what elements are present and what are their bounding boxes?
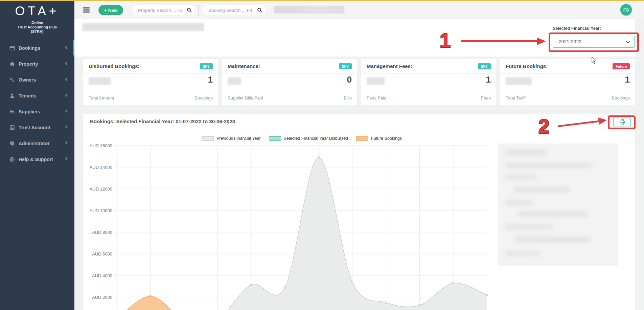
hamburger-menu-icon[interactable] [83,7,90,14]
sidebar-item-label: Administrator [19,141,50,146]
redacted-text [274,6,344,14]
calendar-icon [9,45,15,51]
chevron-left-icon [65,157,68,161]
sidebar-item-label: Tenants [19,93,37,98]
legend-swatch-icon [269,136,281,141]
sidebar-item-administrator[interactable]: Administrator [0,135,74,151]
chart-legend: Previous Financial YearSelected Financia… [202,136,402,141]
app-subtitle-line: Trust Accounting Plus [0,25,74,29]
chart-panel-header: Bookings: Selected Financial Year: 01-07… [83,114,635,129]
person-icon [9,93,15,98]
search-icon [187,7,192,13]
shield-icon [9,141,15,146]
sidebar-item-bookings[interactable]: Bookings [0,40,74,56]
card-title: Future Bookings: [506,63,548,69]
sidebar-item-property[interactable]: Property [0,56,74,72]
sidebar-item-help-support[interactable]: Help & Support [0,151,74,167]
user-avatar[interactable]: FS [620,3,632,16]
sidebar-item-label: Trust Account [19,125,50,130]
mouse-cursor [592,57,597,64]
card-value: 1 [208,74,213,85]
legend-item: Future Bookings [356,136,402,141]
chevron-left-icon [65,141,68,145]
chevron-left-icon [65,61,68,65]
card-header: Management Fees: SFY [361,59,496,74]
card-future-bookings: Future Bookings: Future 1 Total Tariff B… [500,59,635,105]
topbar-divider [125,4,125,16]
legend-label: Previous Financial Year [216,136,261,141]
future-badge: Future [613,63,630,69]
property-search-input[interactable] [133,5,196,15]
svg-text:AUD 12000: AUD 12000 [90,186,112,192]
sidebar-nav: Bookings Property Owners Tenants Supplie… [0,40,74,167]
redacted-amount [506,77,532,85]
redacted-amount [89,77,111,85]
sidebar: OTA+ Online Trust Accounting Plus (STRA)… [0,0,74,310]
card-amount-label: Total Tariff [506,95,526,101]
search-icon [257,7,262,13]
card-maintenance: Maintenance: SFY 0 Supplier Bills Paid B… [222,59,357,105]
chart-panel-title: Bookings: Selected Financial Year: 01-07… [90,118,235,124]
annotation-arrow-2 [556,116,608,129]
topbar: + New FS [74,1,644,19]
annotation-step-2: 2 [538,116,549,136]
card-value: 0 [347,74,352,85]
topbar-divider [270,4,270,16]
booking-search [203,5,266,15]
svg-text:AUD 8000: AUD 8000 [92,230,112,235]
card-disbursed-bookings: Disbursed Bookings: SFY 1 Total Amount B… [83,59,218,105]
chevron-left-icon [65,109,68,113]
ledger-icon [9,125,15,130]
new-button[interactable]: + New [98,5,123,15]
property-search [133,5,196,15]
legend-label: Future Bookings [371,136,402,141]
topbar-divider [92,4,92,16]
card-amount-label: Supplier Bills Paid [228,95,263,101]
legend-swatch-icon [202,136,214,141]
svg-text:AUD 14000: AUD 14000 [90,165,112,170]
annotation-step-1: 1 [440,30,451,50]
sidebar-item-label: Bookings [19,45,40,51]
sidebar-item-label: Owners [19,77,36,83]
card-value-label: Bills [344,95,352,101]
card-header: Maintenance: SFY [222,59,357,74]
chevron-left-icon [65,45,68,49]
booking-search-input[interactable] [203,5,266,15]
app-subtitle-line: (STRA) [0,29,74,34]
redacted-page-title [82,23,204,31]
card-value-label: Bookings [195,95,213,101]
sidebar-item-owners[interactable]: Owners [0,72,74,88]
sidebar-item-label: Help & Support [19,157,53,162]
legend-item: Selected Financial Year Disbursed [269,136,348,141]
app-logo: OTA+ [0,0,74,18]
chevron-left-icon [65,125,68,129]
sidebar-item-suppliers[interactable]: Suppliers [0,104,74,119]
svg-text:AUD 10000: AUD 10000 [90,208,112,213]
app-subtitle-line: Online [0,21,74,25]
card-value: 1 [625,74,630,85]
sfy-badge: SFY [478,63,491,69]
card-header: Disbursed Bookings: SFY [83,59,218,74]
sfy-badge: SFY [339,63,352,69]
svg-text:AUD 4000: AUD 4000 [92,273,112,278]
legend-label: Selected Financial Year Disbursed [284,136,348,141]
redacted-panel [498,143,618,266]
card-header: Future Bookings: Future [500,59,635,74]
annotation-arrow-1 [459,36,547,47]
card-amount-label: Fees Paid [367,95,387,101]
chevron-left-icon [65,93,68,97]
topbar-divider [198,4,199,16]
card-value: 1 [486,74,491,85]
sidebar-item-trust-account[interactable]: Trust Account [0,119,74,135]
globe-icon [9,157,15,162]
legend-item: Previous Financial Year [202,136,261,141]
bookings-chart-panel: Bookings: Selected Financial Year: 01-07… [83,114,635,310]
annotation-box-print [608,115,636,129]
card-management-fees: Management Fees: SFY 1 Fees Paid Fees [361,59,496,105]
sfy-badge: SFY [200,63,213,69]
card-value-label: Fees [481,95,491,101]
sidebar-item-tenants[interactable]: Tenants [0,88,74,104]
card-title: Disbursed Bookings: [89,63,140,69]
svg-text:AUD 6000: AUD 6000 [92,251,112,257]
key-icon [9,77,15,83]
